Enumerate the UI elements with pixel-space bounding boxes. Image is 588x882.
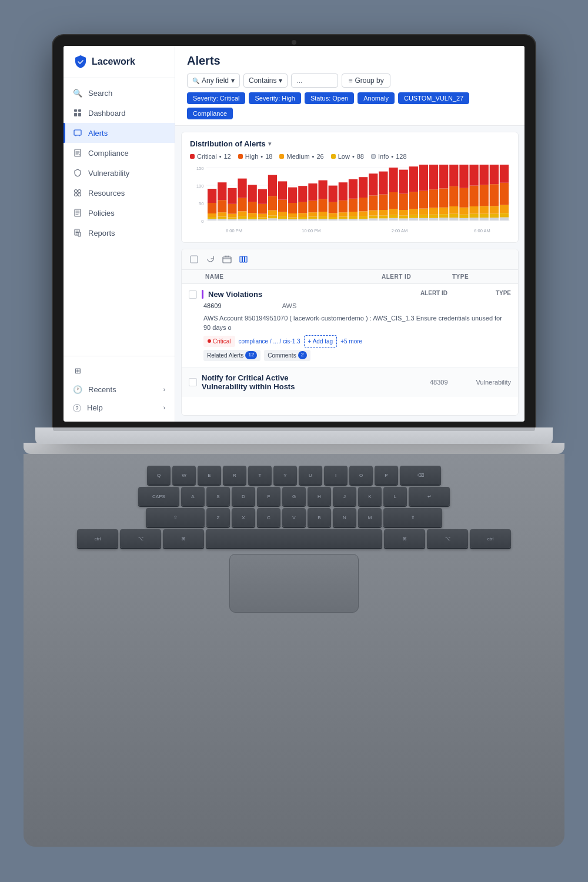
key-d[interactable]: D [232,487,255,506]
key-ctrl[interactable]: ctrl [77,529,118,548]
key-u[interactable]: U [299,466,322,485]
sidebar-item-vulnerability[interactable]: Vulnerability [64,163,175,183]
filter-value-input[interactable]: ... [291,74,338,88]
key-w[interactable]: W [172,466,196,485]
key-a[interactable]: A [181,487,205,506]
svg-rect-48 [258,214,267,218]
svg-rect-60 [278,181,287,199]
svg-rect-24 [208,203,216,213]
key-i[interactable]: I [324,466,348,485]
key-v[interactable]: V [282,508,306,527]
key-r[interactable]: R [223,466,246,485]
comments-button[interactable]: Comments 2 [264,350,310,361]
alert-2-checkbox[interactable] [189,378,197,386]
key-p[interactable]: P [375,466,398,485]
svg-rect-151 [469,218,478,220]
svg-rect-89 [339,201,348,212]
operator-selector[interactable]: Contains ▾ [243,74,288,88]
key-o[interactable]: O [349,466,373,485]
group-by-button[interactable]: ≡ Group by [342,74,390,88]
svg-rect-78 [318,212,327,216]
key-l[interactable]: L [383,487,407,506]
columns-button[interactable] [238,254,249,265]
add-tag-button[interactable]: + Add tag [304,335,338,348]
svg-rect-86 [339,219,348,220]
key-j[interactable]: J [333,487,356,506]
key-alt[interactable]: ⌥ [120,529,161,548]
svg-rect-84 [329,202,338,213]
key-x[interactable]: X [232,508,255,527]
key-f[interactable]: F [257,487,280,506]
key-n[interactable]: N [333,508,356,527]
filter-badge-critical[interactable]: Severity: Critical [187,92,245,104]
svg-rect-175 [191,256,198,263]
svg-rect-164 [490,184,499,206]
key-m[interactable]: M [358,508,382,527]
svg-rect-110 [379,172,387,195]
svg-rect-26 [218,219,226,220]
key-shift-l[interactable]: ⇧ [146,508,205,527]
key-space[interactable] [206,529,382,548]
related-alerts-button[interactable]: Related Alerts 12 [203,350,260,361]
sidebar-item-search[interactable]: 🔍 Search [64,83,175,103]
filter-badge-open[interactable]: Status: Open [305,92,354,104]
refresh-button[interactable] [205,254,216,265]
key-b[interactable]: B [308,508,331,527]
alert-1-details: 48609 AWS AWS Account 950194951070 ( lac… [203,301,511,361]
svg-rect-66 [298,219,307,220]
key-backspace[interactable]: ⌫ [400,466,441,485]
key-cmd[interactable]: ⌘ [163,529,204,548]
svg-rect-68 [298,213,307,217]
sidebar-item-settings[interactable]: ⊞ [64,361,175,380]
svg-rect-153 [469,206,478,214]
svg-rect-75 [308,183,317,201]
key-t[interactable]: T [248,466,272,485]
svg-rect-94 [349,199,358,212]
key-ctrl-r[interactable]: ctrl [470,529,511,548]
key-enter[interactable]: ↵ [409,487,450,506]
sidebar-item-help[interactable]: ? Help › [64,399,175,417]
filter-badge-anomaly[interactable]: Anomaly [358,92,395,104]
alerts-icon [73,128,82,138]
key-y[interactable]: Y [273,466,297,485]
svg-rect-71 [308,219,317,220]
key-e[interactable]: E [198,466,221,485]
export-button[interactable] [222,254,232,265]
more-link[interactable]: +5 more [340,337,362,346]
key-z[interactable]: Z [206,508,230,527]
key-s[interactable]: S [206,487,230,506]
sidebar-item-resources[interactable]: Resources [64,183,175,203]
sidebar-item-recents[interactable]: 🕐 Recents › [64,380,175,399]
filter-badge-high[interactable]: Severity: High [249,92,300,104]
field-selector[interactable]: 🔍 Any field ▾ [187,74,240,88]
laptop-base [35,427,553,443]
filter-badge-custom-vuln[interactable]: CUSTOM_VULN_27 [398,92,469,104]
select-all-checkbox[interactable] [189,254,199,265]
key-shift-r[interactable]: ⇧ [383,508,442,527]
sidebar-item-dashboard[interactable]: Dashboard [64,103,175,123]
compliance-link[interactable]: compliance / ... / cis-1.3 [239,337,300,346]
key-caps[interactable]: CAPS [138,487,179,506]
key-k[interactable]: K [358,487,382,506]
key-alt-r[interactable]: ⌥ [427,529,468,548]
svg-rect-93 [349,212,358,216]
key-h[interactable]: H [308,487,331,506]
sidebar-item-reports[interactable]: Reports [64,223,175,243]
key-g[interactable]: G [282,487,306,506]
trackpad[interactable] [229,554,359,613]
sidebar-item-compliance[interactable]: Compliance [64,143,175,163]
sidebar-item-policies[interactable]: Policies [64,203,175,223]
filter-badge-compliance[interactable]: Compliance [187,108,233,119]
svg-rect-49 [258,204,267,214]
svg-rect-119 [399,193,408,210]
key-q[interactable]: Q [147,466,171,485]
svg-rect-106 [379,218,387,220]
alert-1-checkbox[interactable] [189,290,197,299]
chart-dropdown-icon[interactable]: ▾ [268,140,272,148]
key-cmd-r[interactable]: ⌘ [384,529,425,548]
svg-text:6:00 AM: 6:00 AM [474,228,490,233]
sidebar-item-alerts[interactable]: Alerts [64,123,175,143]
laptop-outer: Lacework 🔍 Search [24,35,564,847]
key-c[interactable]: C [257,508,280,527]
svg-rect-12 [78,232,81,236]
